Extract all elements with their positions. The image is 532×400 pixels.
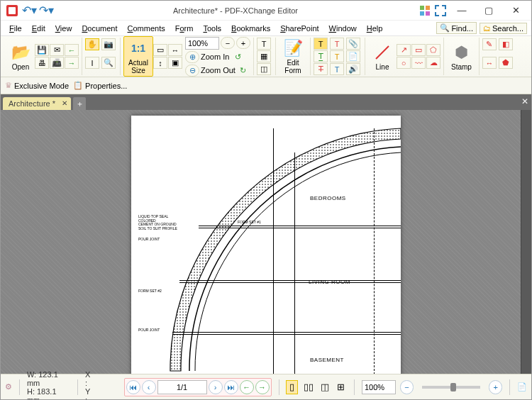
oval-button[interactable]: ○ <box>397 57 411 69</box>
menu-sharepoint[interactable]: SharePoint <box>276 23 323 34</box>
attach-button[interactable]: 📎 <box>346 38 360 50</box>
select-tool-button[interactable]: I <box>85 57 99 69</box>
tab-close-icon[interactable]: ✕ <box>62 99 67 107</box>
drawing-note: POUR JOINT <box>138 238 160 242</box>
email-button[interactable]: ✉ <box>50 44 64 56</box>
pencil-button[interactable]: ✎ <box>482 38 497 50</box>
typewriter-button[interactable]: T <box>330 63 344 75</box>
forward-button[interactable]: → <box>65 57 79 69</box>
menu-document[interactable]: Document <box>77 23 121 34</box>
highlight-button[interactable]: T <box>314 38 328 50</box>
menu-tools[interactable]: Tools <box>199 23 226 34</box>
menu-edit[interactable]: Edit <box>28 23 50 34</box>
callout-button[interactable]: T <box>330 50 344 62</box>
arrow-button[interactable]: ↗ <box>397 44 411 56</box>
fit-height-button[interactable]: ↕ <box>153 57 167 69</box>
status-zoom-input[interactable] <box>362 380 396 394</box>
dimensions-readout: W: 123.1 mmH: 183.1 mm <box>27 370 70 401</box>
next-view-button[interactable]: → <box>255 380 270 394</box>
text-box-button[interactable]: T <box>330 38 344 50</box>
prev-page-button[interactable]: ‹ <box>142 380 156 394</box>
find-button[interactable]: 🔍Find... <box>436 22 477 34</box>
menu-file[interactable]: File <box>5 23 26 34</box>
pdf-info-icon[interactable]: 📄 <box>517 382 527 391</box>
edit-form-label: Edit Form <box>284 59 301 74</box>
menu-view[interactable]: View <box>51 23 77 34</box>
minimize-button[interactable]: — <box>449 1 475 20</box>
exclusive-mode-button[interactable]: ♛ Exclusive Mode <box>5 81 69 90</box>
fit-visible-button[interactable]: ▣ <box>168 57 182 69</box>
zoom-minus-button[interactable]: − <box>221 37 235 49</box>
continuous-button[interactable]: ▯▯ <box>302 380 314 394</box>
prev-view-button[interactable]: ← <box>240 380 254 394</box>
svg-rect-5 <box>426 11 430 16</box>
zoom-in-row[interactable]: ⊕ Zoom In ↺ <box>185 51 250 63</box>
zoom-input[interactable] <box>185 37 219 50</box>
edit-shape-button[interactable]: ◫ <box>257 63 271 75</box>
zoom-tool-button[interactable]: 🔍 <box>101 57 116 69</box>
print-button[interactable]: 🖶 <box>35 57 49 69</box>
open-button[interactable]: 📂 Open <box>6 41 35 72</box>
undo-button[interactable]: ↶▾ <box>22 4 36 18</box>
stamp-label: Stamp <box>451 63 472 71</box>
stamp-button[interactable]: ⬢ Stamp <box>447 41 476 72</box>
binoculars-icon: 🔍 <box>440 23 450 33</box>
vertical-scrollbar[interactable] <box>521 110 531 374</box>
next-page-button[interactable]: › <box>209 380 223 394</box>
options-icon[interactable]: ⚙ <box>5 382 12 391</box>
underline-button[interactable]: T̲ <box>314 50 328 62</box>
measure-button[interactable]: ↔ <box>482 57 497 69</box>
back-button[interactable]: ← <box>65 44 79 56</box>
fit-page-button[interactable]: ▭ <box>153 44 167 56</box>
edit-form-button[interactable]: 📝 Edit Form <box>279 37 307 76</box>
actual-size-button[interactable]: 1:1 Actual Size <box>123 36 153 77</box>
rect-button[interactable]: ▭ <box>411 44 426 56</box>
cloud-button[interactable]: ☁ <box>426 57 440 69</box>
scan-button[interactable]: 📠 <box>50 57 64 69</box>
last-page-button[interactable]: ⏭ <box>224 380 238 394</box>
eraser-button[interactable]: ◧ <box>499 38 513 50</box>
close-button[interactable]: ✕ <box>503 1 528 20</box>
menu-bookmarks[interactable]: Bookmarks <box>227 23 275 34</box>
redo-button[interactable]: ↷▾ <box>39 4 53 18</box>
first-page-button[interactable]: ⏮ <box>126 380 140 394</box>
properties-button[interactable]: 📋 Properties... <box>73 81 127 90</box>
sticky-note-button[interactable]: 📄 <box>346 50 360 62</box>
facing-continuous-button[interactable]: ⊞ <box>335 380 347 394</box>
edit-image-button[interactable]: ▦ <box>257 50 271 62</box>
edit-text-button[interactable]: T <box>257 38 271 50</box>
facing-button[interactable]: ◫ <box>318 380 331 394</box>
menu-window[interactable]: Window <box>325 23 361 34</box>
document-view[interactable]: BEDROOMS LIVING ROOM BASEMENT LIQUID TOP… <box>1 110 531 374</box>
status-zoom-in-button[interactable]: + <box>489 380 502 394</box>
line-tool-button[interactable]: Line <box>368 41 397 72</box>
new-tab-button[interactable]: ＋ <box>73 97 86 110</box>
fit-width-button[interactable]: ↔ <box>168 44 182 56</box>
fullscreen-icon[interactable] <box>433 4 448 18</box>
polyline-button[interactable]: 〰 <box>411 57 426 69</box>
save-button[interactable]: 💾 <box>35 44 49 56</box>
area-button[interactable]: ⬟ <box>499 57 513 69</box>
search-button[interactable]: 🗂Search... <box>480 23 527 34</box>
single-page-button[interactable]: ▯ <box>286 380 298 394</box>
poly-button[interactable]: ⬠ <box>426 44 440 56</box>
zoom-slider[interactable] <box>422 386 480 389</box>
menu-help[interactable]: Help <box>362 23 387 34</box>
page-input[interactable] <box>157 380 207 394</box>
rotate-ccw-icon[interactable]: ↺ <box>235 52 241 62</box>
rotate-cw-icon[interactable]: ↻ <box>240 66 246 75</box>
ui-options-icon[interactable] <box>418 4 432 18</box>
zoom-plus-button[interactable]: + <box>236 37 250 49</box>
sound-button[interactable]: 🔊 <box>346 63 360 75</box>
document-tab[interactable]: Architecture * ✕ <box>3 97 71 110</box>
menu-form[interactable]: Form <box>171 23 198 34</box>
zoom-out-row[interactable]: ⊖ Zoom Out ↻ <box>185 65 250 77</box>
strikeout-button[interactable]: T̶ <box>314 63 328 75</box>
close-panel-button[interactable]: ✕ <box>521 96 528 106</box>
menu-comments[interactable]: Comments <box>123 23 170 34</box>
maximize-button[interactable]: ▢ <box>476 1 501 20</box>
snapshot-button[interactable]: 📷 <box>101 38 116 50</box>
status-zoom-out-button[interactable]: − <box>400 380 414 394</box>
open-label: Open <box>12 63 29 71</box>
hand-tool-button[interactable]: ✋ <box>85 38 99 50</box>
